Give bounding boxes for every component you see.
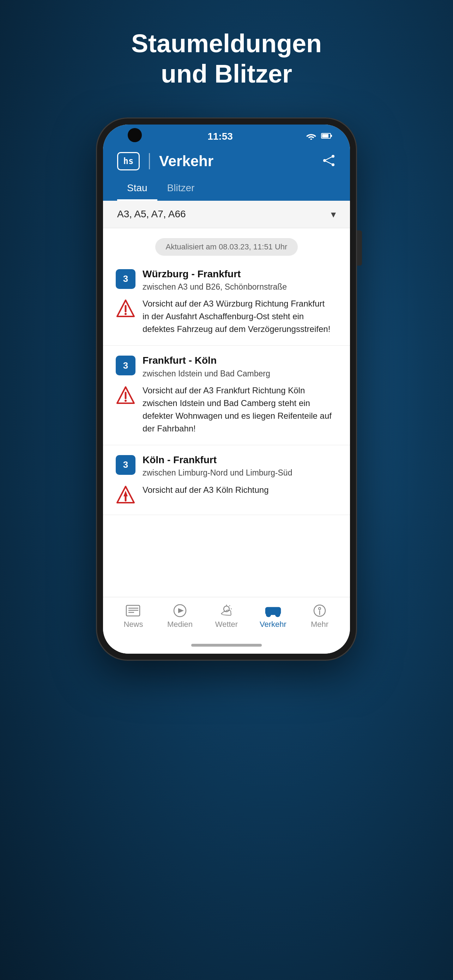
home-indicator	[103, 639, 350, 654]
item-body: Vorsicht auf der A3 Würzburg Richtung Fr…	[116, 298, 337, 336]
svg-point-0	[310, 138, 312, 140]
item-title: Würzburg - Frankfurt	[143, 268, 337, 280]
warning-icon	[116, 386, 135, 405]
wifi-icon	[305, 132, 317, 141]
route-filter-value: A3, A5, A7, A66	[117, 208, 186, 220]
nav-item-news[interactable]: News	[110, 604, 157, 629]
nav-label-wetter: Wetter	[215, 620, 238, 629]
item-title: Frankfurt - Köln	[143, 354, 337, 367]
verkehr-icon	[264, 604, 282, 618]
news-icon	[124, 604, 142, 618]
item-header: 3 Frankfurt - Köln zwischen Idstein und …	[116, 354, 337, 379]
header-divider	[149, 153, 150, 169]
svg-line-8	[324, 161, 333, 165]
nav-item-verkehr[interactable]: Verkehr	[250, 604, 296, 629]
svg-rect-3	[331, 135, 332, 137]
svg-point-33	[319, 608, 321, 609]
update-pill-container: Aktualisiert am 08.03.23, 11:51 Uhr	[103, 228, 350, 259]
nav-item-wetter[interactable]: Wetter	[203, 604, 250, 629]
medien-icon	[171, 604, 189, 618]
battery-icon	[321, 133, 332, 140]
nav-label-verkehr: Verkehr	[260, 620, 286, 629]
item-title-block: Köln - Frankfurt zwischen Limburg-Nord u…	[143, 453, 337, 479]
svg-point-11	[124, 313, 127, 315]
tab-stau[interactable]: Stau	[117, 177, 157, 201]
header-title: Verkehr	[159, 153, 315, 170]
item-description: Vorsicht auf der A3 Würzburg Richtung Fr…	[143, 298, 337, 336]
route-filter[interactable]: A3, A5, A7, A66 ▾	[103, 201, 350, 228]
tabs-bar: Stau Blitzer	[103, 177, 350, 201]
nav-label-mehr: Mehr	[311, 620, 329, 629]
traffic-item: 3 Würzburg - Frankfurt zwischen A3 und B…	[103, 259, 350, 346]
traffic-item: 3 Frankfurt - Köln zwischen Idstein und …	[103, 346, 350, 445]
phone-screen: 11:53	[103, 124, 350, 654]
item-body: Vorsicht auf der A3 Frankfurt Richtung K…	[116, 384, 337, 435]
highway-badge: 3	[116, 455, 135, 475]
page-title: Staumeldungen und Blitzer	[131, 28, 322, 89]
nav-label-news: News	[124, 620, 143, 629]
traffic-item: 3 Köln - Frankfurt zwischen Limburg-Nord…	[103, 445, 350, 515]
home-bar	[191, 644, 262, 647]
item-header: 3 Würzburg - Frankfurt zwischen A3 und B…	[116, 268, 337, 293]
update-pill: Aktualisiert am 08.03.23, 11:51 Uhr	[155, 238, 298, 256]
nav-label-medien: Medien	[167, 620, 192, 629]
item-header: 3 Köln - Frankfurt zwischen Limburg-Nord…	[116, 453, 337, 479]
svg-point-30	[275, 612, 280, 617]
item-title-block: Frankfurt - Köln zwischen Idstein und Ba…	[143, 354, 337, 379]
item-title: Köln - Frankfurt	[143, 453, 337, 466]
highway-badge: 3	[116, 356, 135, 375]
mehr-icon	[311, 604, 329, 618]
chevron-down-icon: ▾	[331, 208, 336, 220]
hs-logo: hs	[117, 152, 140, 170]
svg-point-14	[124, 400, 127, 402]
svg-marker-23	[178, 608, 184, 613]
bottom-nav: News Medien	[103, 597, 350, 639]
item-description: Vorsicht auf der A3 Köln Richtung	[143, 484, 337, 496]
warning-icon	[116, 299, 135, 318]
item-subtitle: zwischen A3 und B26, Schönbornstraße	[143, 281, 337, 293]
item-subtitle: zwischen Idstein und Bad Camberg	[143, 368, 337, 379]
warning-icon	[116, 485, 135, 505]
svg-rect-2	[322, 134, 329, 138]
nav-item-mehr[interactable]: Mehr	[296, 604, 343, 629]
status-icons	[305, 132, 332, 141]
svg-line-7	[324, 156, 333, 161]
item-body: Vorsicht auf der A3 Köln Richtung	[116, 484, 337, 505]
phone-shell: 11:53	[96, 118, 357, 661]
share-button[interactable]	[322, 153, 336, 169]
item-title-block: Würzburg - Frankfurt zwischen A3 und B26…	[143, 268, 337, 293]
highway-badge: 3	[116, 269, 135, 289]
svg-point-29	[266, 612, 270, 617]
camera	[128, 128, 142, 142]
wetter-icon	[218, 604, 235, 618]
status-time: 11:53	[207, 131, 233, 142]
content-area: 3 Würzburg - Frankfurt zwischen A3 und B…	[103, 259, 350, 597]
nav-item-medien[interactable]: Medien	[157, 604, 203, 629]
svg-line-27	[229, 605, 230, 606]
item-subtitle: zwischen Limburg-Nord und Limburg-Süd	[143, 467, 337, 478]
app-header: hs Verkehr	[103, 146, 350, 177]
tab-blitzer[interactable]: Blitzer	[157, 177, 205, 201]
item-description: Vorsicht auf der A3 Frankfurt Richtung K…	[143, 384, 337, 435]
